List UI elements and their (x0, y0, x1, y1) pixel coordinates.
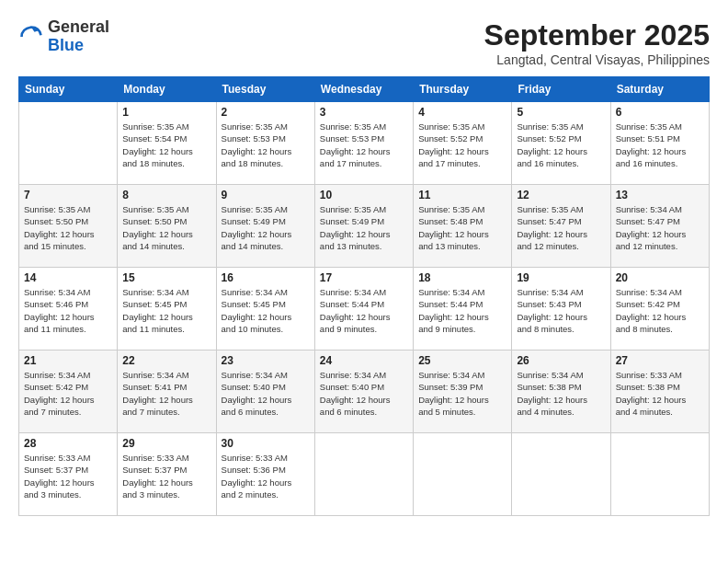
day-info: Sunrise: 5:33 AM Sunset: 5:38 PM Dayligh… (616, 369, 704, 418)
calendar-cell: 23Sunrise: 5:34 AM Sunset: 5:40 PM Dayli… (216, 350, 314, 433)
day-number: 3 (320, 106, 408, 119)
title-block: September 2025 Langtad, Central Visayas,… (484, 18, 710, 67)
day-info: Sunrise: 5:34 AM Sunset: 5:40 PM Dayligh… (320, 369, 408, 418)
calendar-table: SundayMondayTuesdayWednesdayThursdayFrid… (18, 76, 710, 516)
day-number: 15 (122, 271, 210, 284)
location-title: Langtad, Central Visayas, Philippines (484, 52, 710, 67)
calendar-cell: 30Sunrise: 5:33 AM Sunset: 5:36 PM Dayli… (216, 433, 314, 516)
month-title: September 2025 (484, 18, 710, 52)
day-info: Sunrise: 5:34 AM Sunset: 5:38 PM Dayligh… (517, 369, 605, 418)
day-info: Sunrise: 5:35 AM Sunset: 5:50 PM Dayligh… (24, 203, 112, 252)
day-info: Sunrise: 5:33 AM Sunset: 5:37 PM Dayligh… (24, 452, 112, 500)
column-header-saturday: Saturday (610, 77, 709, 102)
day-number: 11 (418, 189, 506, 201)
day-number: 16 (222, 271, 310, 284)
calendar-cell: 19Sunrise: 5:34 AM Sunset: 5:43 PM Dayli… (512, 268, 610, 350)
day-number: 18 (418, 271, 506, 284)
day-number: 17 (320, 271, 408, 284)
calendar-cell: 2Sunrise: 5:35 AM Sunset: 5:53 PM Daylig… (216, 102, 314, 185)
day-number: 19 (517, 271, 605, 284)
column-header-wednesday: Wednesday (314, 77, 413, 102)
calendar-cell: 24Sunrise: 5:34 AM Sunset: 5:40 PM Dayli… (314, 350, 413, 433)
day-info: Sunrise: 5:34 AM Sunset: 5:41 PM Dayligh… (122, 369, 210, 418)
logo-icon (18, 24, 44, 50)
calendar-cell: 26Sunrise: 5:34 AM Sunset: 5:38 PM Dayli… (512, 350, 610, 433)
day-info: Sunrise: 5:34 AM Sunset: 5:39 PM Dayligh… (418, 369, 506, 418)
day-info: Sunrise: 5:33 AM Sunset: 5:36 PM Dayligh… (222, 452, 310, 500)
calendar-cell: 29Sunrise: 5:33 AM Sunset: 5:37 PM Dayli… (118, 433, 216, 516)
day-info: Sunrise: 5:34 AM Sunset: 5:42 PM Dayligh… (24, 369, 112, 418)
day-info: Sunrise: 5:34 AM Sunset: 5:45 PM Dayligh… (222, 286, 310, 335)
day-info: Sunrise: 5:35 AM Sunset: 5:51 PM Dayligh… (616, 121, 704, 169)
day-info: Sunrise: 5:35 AM Sunset: 5:50 PM Dayligh… (122, 203, 210, 252)
day-info: Sunrise: 5:35 AM Sunset: 5:52 PM Dayligh… (517, 121, 605, 169)
calendar-cell: 21Sunrise: 5:34 AM Sunset: 5:42 PM Dayli… (19, 350, 118, 433)
day-info: Sunrise: 5:34 AM Sunset: 5:40 PM Dayligh… (222, 369, 310, 418)
day-info: Sunrise: 5:35 AM Sunset: 5:53 PM Dayligh… (222, 121, 310, 169)
day-number: 21 (24, 354, 112, 367)
calendar-cell: 14Sunrise: 5:34 AM Sunset: 5:46 PM Dayli… (19, 268, 118, 350)
column-header-tuesday: Tuesday (216, 77, 314, 102)
calendar-cell: 16Sunrise: 5:34 AM Sunset: 5:45 PM Dayli… (216, 268, 314, 350)
day-number: 27 (616, 354, 704, 367)
calendar-cell: 15Sunrise: 5:34 AM Sunset: 5:45 PM Dayli… (118, 268, 216, 350)
day-info: Sunrise: 5:34 AM Sunset: 5:44 PM Dayligh… (320, 286, 408, 335)
calendar-cell (414, 433, 512, 516)
day-number: 26 (517, 354, 605, 367)
calendar-cell: 18Sunrise: 5:34 AM Sunset: 5:44 PM Dayli… (414, 268, 512, 350)
calendar-cell (610, 433, 709, 516)
calendar-cell: 28Sunrise: 5:33 AM Sunset: 5:37 PM Dayli… (19, 433, 118, 516)
day-number: 20 (616, 271, 704, 284)
day-info: Sunrise: 5:35 AM Sunset: 5:49 PM Dayligh… (222, 203, 310, 252)
calendar-cell: 25Sunrise: 5:34 AM Sunset: 5:39 PM Dayli… (414, 350, 512, 433)
logo-text: General Blue (48, 18, 109, 55)
calendar-cell: 4Sunrise: 5:35 AM Sunset: 5:52 PM Daylig… (414, 102, 512, 185)
day-number: 30 (222, 437, 310, 450)
calendar-cell (512, 433, 610, 516)
day-info: Sunrise: 5:34 AM Sunset: 5:46 PM Dayligh… (24, 286, 112, 335)
day-number: 4 (418, 106, 506, 119)
day-number: 5 (517, 106, 605, 119)
calendar-cell (314, 433, 413, 516)
calendar-cell: 17Sunrise: 5:34 AM Sunset: 5:44 PM Dayli… (314, 268, 413, 350)
calendar-cell: 5Sunrise: 5:35 AM Sunset: 5:52 PM Daylig… (512, 102, 610, 185)
day-info: Sunrise: 5:33 AM Sunset: 5:37 PM Dayligh… (122, 452, 210, 500)
day-number: 8 (122, 189, 210, 201)
calendar-cell: 22Sunrise: 5:34 AM Sunset: 5:41 PM Dayli… (118, 350, 216, 433)
day-info: Sunrise: 5:34 AM Sunset: 5:43 PM Dayligh… (517, 286, 605, 335)
day-number: 12 (517, 189, 605, 201)
day-info: Sunrise: 5:35 AM Sunset: 5:53 PM Dayligh… (320, 121, 408, 169)
day-info: Sunrise: 5:35 AM Sunset: 5:52 PM Dayligh… (418, 121, 506, 169)
day-number: 1 (122, 106, 210, 119)
calendar-cell: 1Sunrise: 5:35 AM Sunset: 5:54 PM Daylig… (118, 102, 216, 185)
day-number: 7 (24, 189, 112, 201)
day-number: 9 (222, 189, 310, 201)
calendar-cell: 11Sunrise: 5:35 AM Sunset: 5:48 PM Dayli… (414, 185, 512, 268)
day-number: 24 (320, 354, 408, 367)
day-info: Sunrise: 5:34 AM Sunset: 5:44 PM Dayligh… (418, 286, 506, 335)
column-header-monday: Monday (118, 77, 216, 102)
calendar-cell: 6Sunrise: 5:35 AM Sunset: 5:51 PM Daylig… (610, 102, 709, 185)
day-number: 23 (222, 354, 310, 367)
calendar-cell: 9Sunrise: 5:35 AM Sunset: 5:49 PM Daylig… (216, 185, 314, 268)
calendar-cell: 8Sunrise: 5:35 AM Sunset: 5:50 PM Daylig… (118, 185, 216, 268)
day-number: 22 (122, 354, 210, 367)
day-number: 25 (418, 354, 506, 367)
page-header: General Blue September 2025 Langtad, Cen… (18, 18, 710, 67)
calendar-cell: 27Sunrise: 5:33 AM Sunset: 5:38 PM Dayli… (610, 350, 709, 433)
day-info: Sunrise: 5:35 AM Sunset: 5:49 PM Dayligh… (320, 203, 408, 252)
day-info: Sunrise: 5:34 AM Sunset: 5:42 PM Dayligh… (616, 286, 704, 335)
calendar-cell: 10Sunrise: 5:35 AM Sunset: 5:49 PM Dayli… (314, 185, 413, 268)
calendar-cell: 20Sunrise: 5:34 AM Sunset: 5:42 PM Dayli… (610, 268, 709, 350)
day-info: Sunrise: 5:35 AM Sunset: 5:48 PM Dayligh… (418, 203, 506, 252)
day-number: 2 (222, 106, 310, 119)
day-number: 14 (24, 271, 112, 284)
column-header-friday: Friday (512, 77, 610, 102)
day-number: 28 (24, 437, 112, 450)
calendar-cell: 3Sunrise: 5:35 AM Sunset: 5:53 PM Daylig… (314, 102, 413, 185)
calendar-cell: 7Sunrise: 5:35 AM Sunset: 5:50 PM Daylig… (19, 185, 118, 268)
calendar-cell: 12Sunrise: 5:35 AM Sunset: 5:47 PM Dayli… (512, 185, 610, 268)
day-info: Sunrise: 5:35 AM Sunset: 5:47 PM Dayligh… (517, 203, 605, 252)
day-number: 6 (616, 106, 704, 119)
column-header-sunday: Sunday (19, 77, 118, 102)
